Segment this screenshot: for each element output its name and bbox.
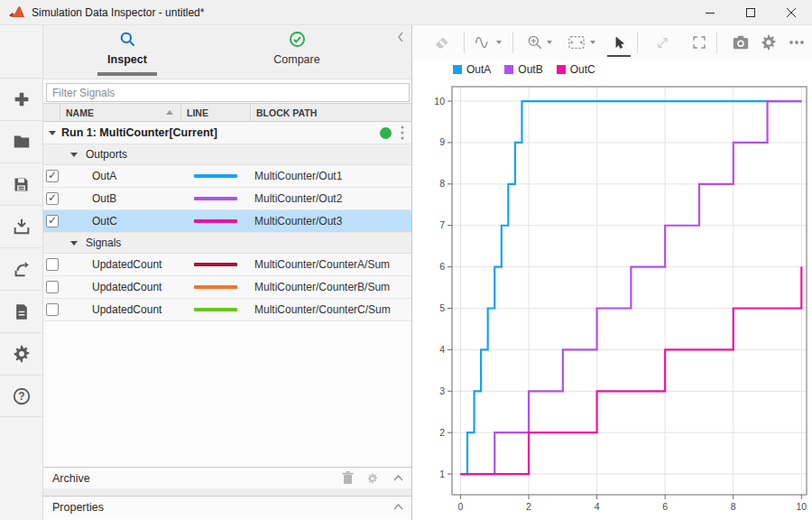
properties-bar[interactable]: Properties bbox=[43, 496, 411, 517]
pan-button[interactable] bbox=[651, 31, 674, 54]
plot-toolbar bbox=[413, 25, 812, 60]
help-button[interactable]: ? bbox=[0, 375, 42, 417]
run-expand-caret-icon[interactable] bbox=[49, 131, 56, 135]
signal-row-updatedcount-c[interactable]: UpdatedCount MultiCounter/CounterC/Sum bbox=[43, 299, 411, 321]
line-style-swatch[interactable] bbox=[194, 197, 237, 200]
run-menu-button[interactable] bbox=[395, 125, 410, 142]
toolbar-separator bbox=[637, 32, 638, 53]
archive-settings-button[interactable] bbox=[364, 470, 381, 487]
signal-row-outb[interactable]: OutB MultiCounter/Out2 bbox=[43, 188, 411, 210]
trash-icon bbox=[342, 471, 354, 485]
export-share-icon bbox=[12, 259, 32, 279]
tab-bar: Inspect Compare bbox=[43, 25, 411, 79]
column-header-block-path[interactable]: BLOCK PATH bbox=[250, 104, 411, 121]
export-button[interactable] bbox=[0, 247, 42, 290]
group-expand-caret-icon[interactable] bbox=[70, 241, 78, 246]
line-style-swatch[interactable] bbox=[194, 308, 237, 311]
close-button[interactable] bbox=[771, 0, 812, 25]
tab-compare[interactable]: Compare bbox=[229, 31, 364, 66]
tick-label-x: 10 bbox=[796, 501, 807, 512]
block-path: MultiCounter/CounterB/Sum bbox=[250, 281, 411, 293]
column-header-name[interactable]: NAME bbox=[60, 104, 180, 121]
active-tool-underline bbox=[607, 55, 631, 57]
dropdown-caret-icon[interactable] bbox=[547, 41, 552, 44]
table-header: NAME LINE BLOCK PATH bbox=[43, 103, 411, 122]
more-options-button[interactable] bbox=[785, 31, 808, 54]
dropdown-caret-icon[interactable] bbox=[496, 41, 502, 44]
line-style-swatch[interactable] bbox=[194, 285, 237, 289]
line-style-swatch[interactable] bbox=[194, 263, 237, 266]
filter-signals-input[interactable] bbox=[46, 83, 410, 102]
main-toolbar: ? bbox=[0, 25, 43, 520]
signal-display-button[interactable] bbox=[471, 31, 494, 54]
signal-row-outc[interactable]: OutC MultiCounter/Out3 bbox=[43, 210, 411, 233]
signal-checkbox[interactable] bbox=[46, 258, 59, 271]
open-button[interactable] bbox=[0, 120, 42, 162]
legend-swatch-icon bbox=[504, 65, 513, 74]
new-button[interactable] bbox=[0, 78, 42, 120]
signal-row-updatedcount-b[interactable]: UpdatedCount MultiCounter/CounterB/Sum bbox=[43, 276, 411, 299]
fullscreen-button[interactable] bbox=[687, 31, 711, 54]
time-plot-canvas[interactable]: 024681012345678910 bbox=[413, 79, 812, 520]
signal-row-updatedcount-a[interactable]: UpdatedCount MultiCounter/CounterA/Sum bbox=[43, 254, 411, 276]
block-path: MultiCounter/CounterA/Sum bbox=[250, 258, 411, 271]
block-path: MultiCounter/Out3 bbox=[250, 215, 411, 228]
signal-checkbox[interactable] bbox=[46, 215, 59, 228]
plot-settings-button[interactable] bbox=[757, 31, 780, 54]
archive-bar[interactable]: Archive bbox=[43, 467, 411, 488]
chevron-left-icon bbox=[397, 32, 404, 42]
line-style-swatch[interactable] bbox=[194, 174, 237, 178]
fit-to-view-button[interactable] bbox=[565, 31, 588, 54]
clear-plots-button[interactable] bbox=[430, 31, 454, 54]
tick-label-y: 10 bbox=[434, 96, 445, 107]
legend-swatch-icon bbox=[453, 65, 462, 74]
line-style-swatch[interactable] bbox=[194, 219, 237, 223]
signal-checkbox[interactable] bbox=[46, 170, 59, 182]
toolbar-separator bbox=[512, 32, 513, 53]
signals-panel: Inspect Compare NAME LINE BLOCK PATH Run… bbox=[43, 25, 412, 520]
group-expand-caret-icon[interactable] bbox=[70, 153, 78, 157]
preferences-button[interactable] bbox=[0, 332, 42, 375]
minimize-button[interactable] bbox=[690, 0, 731, 25]
create-report-button[interactable] bbox=[0, 290, 42, 332]
signal-checkbox[interactable] bbox=[46, 192, 59, 205]
signal-name: UpdatedCount bbox=[60, 258, 180, 271]
signal-checkbox[interactable] bbox=[46, 303, 59, 316]
properties-collapse-button[interactable] bbox=[390, 499, 406, 515]
pointer-tool-button[interactable] bbox=[607, 31, 631, 54]
legend-item-outa: OutA bbox=[453, 63, 491, 76]
tick-label-y: 9 bbox=[439, 136, 445, 147]
tick-label-x: 8 bbox=[731, 501, 736, 512]
dropdown-caret-icon[interactable] bbox=[590, 41, 595, 44]
group-label: Signals bbox=[86, 237, 121, 249]
plus-icon bbox=[12, 89, 32, 109]
group-row-signals[interactable]: Signals bbox=[43, 233, 411, 254]
group-row-outports[interactable]: Outports bbox=[43, 144, 411, 165]
archive-label: Archive bbox=[52, 472, 90, 485]
plot-legend: OutA OutB OutC bbox=[453, 63, 595, 76]
wave-icon bbox=[473, 33, 493, 51]
zoom-in-icon bbox=[526, 33, 544, 51]
collapse-pane-button[interactable] bbox=[393, 31, 408, 45]
column-header-line[interactable]: LINE bbox=[180, 104, 250, 121]
tab-compare-label: Compare bbox=[229, 53, 364, 66]
tab-inspect[interactable]: Inspect bbox=[60, 31, 195, 66]
archive-collapse-button[interactable] bbox=[390, 470, 406, 487]
zoom-in-button[interactable] bbox=[523, 31, 547, 54]
tick-label-x: 0 bbox=[458, 501, 464, 512]
save-button[interactable] bbox=[0, 162, 42, 205]
snapshot-button[interactable] bbox=[729, 31, 752, 54]
archive-delete-button[interactable] bbox=[339, 470, 355, 487]
signal-row-outa[interactable]: OutA MultiCounter/Out1 bbox=[43, 165, 411, 188]
import-button[interactable] bbox=[0, 205, 42, 247]
expand-diagonal-icon bbox=[654, 34, 671, 51]
magnifier-icon bbox=[119, 31, 136, 48]
title-bar: Simulation Data Inspector - untitled* bbox=[0, 0, 812, 25]
check-circle-icon bbox=[289, 31, 306, 48]
signal-checkbox[interactable] bbox=[46, 281, 59, 293]
maximize-button[interactable] bbox=[731, 0, 771, 25]
tick-label-x: 4 bbox=[595, 501, 600, 512]
report-document-icon bbox=[13, 302, 31, 321]
run-row[interactable]: Run 1: MultiCounter[Current] bbox=[43, 122, 411, 144]
import-download-icon bbox=[12, 217, 32, 237]
